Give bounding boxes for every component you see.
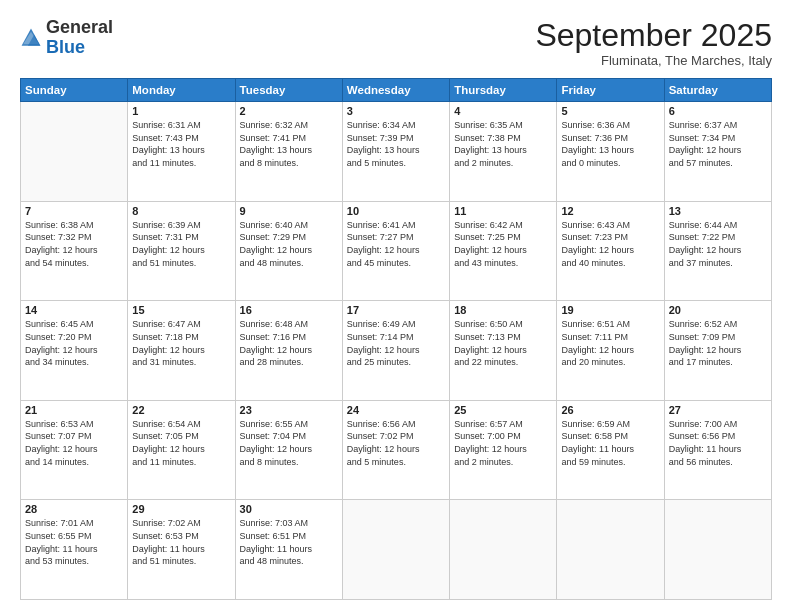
day-number: 11 <box>454 205 552 217</box>
day-info: Sunrise: 6:49 AM Sunset: 7:14 PM Dayligh… <box>347 318 445 368</box>
day-number: 19 <box>561 304 659 316</box>
day-info: Sunrise: 6:42 AM Sunset: 7:25 PM Dayligh… <box>454 219 552 269</box>
calendar-cell: 11Sunrise: 6:42 AM Sunset: 7:25 PM Dayli… <box>450 201 557 301</box>
calendar-cell: 4Sunrise: 6:35 AM Sunset: 7:38 PM Daylig… <box>450 102 557 202</box>
day-info: Sunrise: 6:56 AM Sunset: 7:02 PM Dayligh… <box>347 418 445 468</box>
day-info: Sunrise: 6:34 AM Sunset: 7:39 PM Dayligh… <box>347 119 445 169</box>
day-number: 21 <box>25 404 123 416</box>
day-number: 15 <box>132 304 230 316</box>
calendar-cell: 5Sunrise: 6:36 AM Sunset: 7:36 PM Daylig… <box>557 102 664 202</box>
day-info: Sunrise: 6:37 AM Sunset: 7:34 PM Dayligh… <box>669 119 767 169</box>
location: Fluminata, The Marches, Italy <box>535 53 772 68</box>
day-number: 23 <box>240 404 338 416</box>
day-info: Sunrise: 6:55 AM Sunset: 7:04 PM Dayligh… <box>240 418 338 468</box>
day-info: Sunrise: 6:47 AM Sunset: 7:18 PM Dayligh… <box>132 318 230 368</box>
day-info: Sunrise: 6:38 AM Sunset: 7:32 PM Dayligh… <box>25 219 123 269</box>
calendar-cell <box>450 500 557 600</box>
header: General Blue September 2025 Fluminata, T… <box>20 18 772 68</box>
calendar-cell: 16Sunrise: 6:48 AM Sunset: 7:16 PM Dayli… <box>235 301 342 401</box>
day-number: 24 <box>347 404 445 416</box>
week-row-5: 28Sunrise: 7:01 AM Sunset: 6:55 PM Dayli… <box>21 500 772 600</box>
day-info: Sunrise: 6:41 AM Sunset: 7:27 PM Dayligh… <box>347 219 445 269</box>
day-number: 29 <box>132 503 230 515</box>
calendar-cell: 2Sunrise: 6:32 AM Sunset: 7:41 PM Daylig… <box>235 102 342 202</box>
calendar-cell: 25Sunrise: 6:57 AM Sunset: 7:00 PM Dayli… <box>450 400 557 500</box>
day-number: 6 <box>669 105 767 117</box>
calendar-cell: 12Sunrise: 6:43 AM Sunset: 7:23 PM Dayli… <box>557 201 664 301</box>
weekday-header-tuesday: Tuesday <box>235 79 342 102</box>
day-info: Sunrise: 6:51 AM Sunset: 7:11 PM Dayligh… <box>561 318 659 368</box>
day-info: Sunrise: 7:02 AM Sunset: 6:53 PM Dayligh… <box>132 517 230 567</box>
day-number: 25 <box>454 404 552 416</box>
day-number: 3 <box>347 105 445 117</box>
logo-blue: Blue <box>46 37 85 57</box>
day-info: Sunrise: 6:48 AM Sunset: 7:16 PM Dayligh… <box>240 318 338 368</box>
day-info: Sunrise: 6:53 AM Sunset: 7:07 PM Dayligh… <box>25 418 123 468</box>
day-number: 5 <box>561 105 659 117</box>
day-info: Sunrise: 6:50 AM Sunset: 7:13 PM Dayligh… <box>454 318 552 368</box>
weekday-header-monday: Monday <box>128 79 235 102</box>
day-info: Sunrise: 6:52 AM Sunset: 7:09 PM Dayligh… <box>669 318 767 368</box>
day-number: 12 <box>561 205 659 217</box>
calendar-cell: 10Sunrise: 6:41 AM Sunset: 7:27 PM Dayli… <box>342 201 449 301</box>
calendar-cell: 28Sunrise: 7:01 AM Sunset: 6:55 PM Dayli… <box>21 500 128 600</box>
calendar-cell: 7Sunrise: 6:38 AM Sunset: 7:32 PM Daylig… <box>21 201 128 301</box>
logo-general: General <box>46 17 113 37</box>
day-info: Sunrise: 6:36 AM Sunset: 7:36 PM Dayligh… <box>561 119 659 169</box>
day-number: 16 <box>240 304 338 316</box>
day-info: Sunrise: 7:00 AM Sunset: 6:56 PM Dayligh… <box>669 418 767 468</box>
day-info: Sunrise: 6:32 AM Sunset: 7:41 PM Dayligh… <box>240 119 338 169</box>
day-number: 2 <box>240 105 338 117</box>
day-number: 9 <box>240 205 338 217</box>
day-info: Sunrise: 6:39 AM Sunset: 7:31 PM Dayligh… <box>132 219 230 269</box>
day-info: Sunrise: 6:31 AM Sunset: 7:43 PM Dayligh… <box>132 119 230 169</box>
week-row-4: 21Sunrise: 6:53 AM Sunset: 7:07 PM Dayli… <box>21 400 772 500</box>
page: General Blue September 2025 Fluminata, T… <box>0 0 792 612</box>
weekday-header-saturday: Saturday <box>664 79 771 102</box>
calendar-cell: 22Sunrise: 6:54 AM Sunset: 7:05 PM Dayli… <box>128 400 235 500</box>
calendar-cell: 6Sunrise: 6:37 AM Sunset: 7:34 PM Daylig… <box>664 102 771 202</box>
calendar-cell: 15Sunrise: 6:47 AM Sunset: 7:18 PM Dayli… <box>128 301 235 401</box>
day-number: 18 <box>454 304 552 316</box>
calendar-cell <box>342 500 449 600</box>
weekday-header-sunday: Sunday <box>21 79 128 102</box>
day-info: Sunrise: 6:35 AM Sunset: 7:38 PM Dayligh… <box>454 119 552 169</box>
day-number: 4 <box>454 105 552 117</box>
logo-text: General Blue <box>46 18 113 58</box>
day-info: Sunrise: 6:45 AM Sunset: 7:20 PM Dayligh… <box>25 318 123 368</box>
week-row-3: 14Sunrise: 6:45 AM Sunset: 7:20 PM Dayli… <box>21 301 772 401</box>
calendar-cell <box>557 500 664 600</box>
calendar-cell: 9Sunrise: 6:40 AM Sunset: 7:29 PM Daylig… <box>235 201 342 301</box>
calendar-cell: 24Sunrise: 6:56 AM Sunset: 7:02 PM Dayli… <box>342 400 449 500</box>
day-info: Sunrise: 6:40 AM Sunset: 7:29 PM Dayligh… <box>240 219 338 269</box>
logo-icon <box>20 27 42 49</box>
calendar-cell <box>664 500 771 600</box>
day-info: Sunrise: 6:59 AM Sunset: 6:58 PM Dayligh… <box>561 418 659 468</box>
calendar-cell: 17Sunrise: 6:49 AM Sunset: 7:14 PM Dayli… <box>342 301 449 401</box>
day-info: Sunrise: 6:43 AM Sunset: 7:23 PM Dayligh… <box>561 219 659 269</box>
calendar-cell: 23Sunrise: 6:55 AM Sunset: 7:04 PM Dayli… <box>235 400 342 500</box>
day-number: 1 <box>132 105 230 117</box>
calendar-cell: 19Sunrise: 6:51 AM Sunset: 7:11 PM Dayli… <box>557 301 664 401</box>
day-number: 20 <box>669 304 767 316</box>
calendar-cell: 21Sunrise: 6:53 AM Sunset: 7:07 PM Dayli… <box>21 400 128 500</box>
day-info: Sunrise: 7:01 AM Sunset: 6:55 PM Dayligh… <box>25 517 123 567</box>
calendar-cell: 1Sunrise: 6:31 AM Sunset: 7:43 PM Daylig… <box>128 102 235 202</box>
week-row-1: 1Sunrise: 6:31 AM Sunset: 7:43 PM Daylig… <box>21 102 772 202</box>
week-row-2: 7Sunrise: 6:38 AM Sunset: 7:32 PM Daylig… <box>21 201 772 301</box>
calendar-cell: 13Sunrise: 6:44 AM Sunset: 7:22 PM Dayli… <box>664 201 771 301</box>
day-info: Sunrise: 6:57 AM Sunset: 7:00 PM Dayligh… <box>454 418 552 468</box>
day-number: 14 <box>25 304 123 316</box>
month-title: September 2025 <box>535 18 772 53</box>
calendar-table: SundayMondayTuesdayWednesdayThursdayFrid… <box>20 78 772 600</box>
calendar-cell: 30Sunrise: 7:03 AM Sunset: 6:51 PM Dayli… <box>235 500 342 600</box>
day-number: 7 <box>25 205 123 217</box>
calendar-cell: 18Sunrise: 6:50 AM Sunset: 7:13 PM Dayli… <box>450 301 557 401</box>
day-number: 10 <box>347 205 445 217</box>
weekday-header-friday: Friday <box>557 79 664 102</box>
calendar-cell: 20Sunrise: 6:52 AM Sunset: 7:09 PM Dayli… <box>664 301 771 401</box>
day-number: 22 <box>132 404 230 416</box>
calendar-cell <box>21 102 128 202</box>
title-block: September 2025 Fluminata, The Marches, I… <box>535 18 772 68</box>
day-number: 28 <box>25 503 123 515</box>
